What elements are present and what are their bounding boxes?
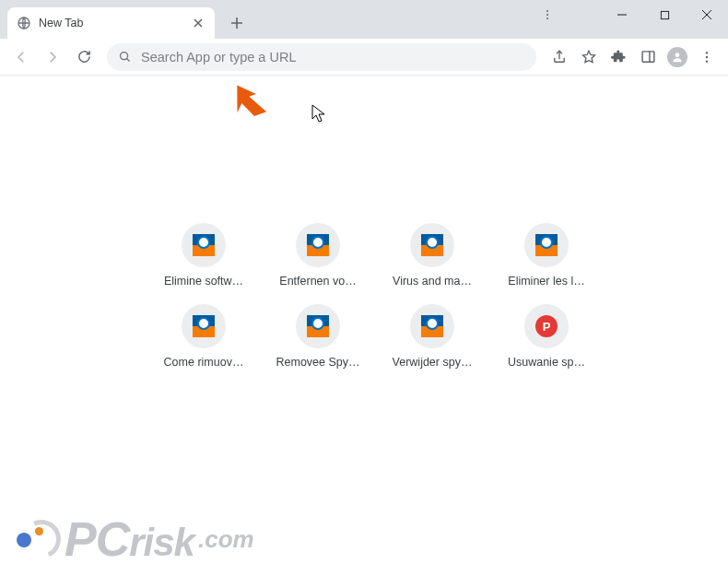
favicon-icon: P	[535, 315, 558, 337]
address-input[interactable]	[141, 50, 525, 65]
favicon-icon	[535, 234, 558, 256]
tab-overflow-icon[interactable]	[540, 7, 555, 22]
extensions-icon[interactable]	[605, 43, 632, 71]
tab-close-icon[interactable]	[191, 16, 205, 30]
watermark-icon	[13, 518, 68, 560]
shortcut-label: Entfernen vo…	[279, 275, 356, 288]
favicon-icon	[421, 315, 443, 337]
window-controls	[601, 0, 728, 29]
titlebar: New Tab	[0, 0, 728, 39]
shortcut-tile[interactable]: P Usuwanie sp…	[495, 304, 598, 369]
favicon-icon	[307, 315, 329, 337]
window-close-button[interactable]	[686, 0, 728, 29]
svg-rect-3	[642, 52, 654, 62]
shortcut-label: Virus and ma…	[393, 275, 472, 288]
svg-point-4	[675, 53, 680, 57]
nav-back-button[interactable]	[7, 43, 35, 71]
new-tab-button[interactable]	[224, 10, 250, 36]
profile-avatar[interactable]	[663, 43, 691, 71]
shortcut-label: Elimine softw…	[164, 275, 243, 288]
side-panel-icon[interactable]	[634, 43, 662, 71]
watermark-logo: PCrisk .com	[13, 511, 254, 567]
nav-forward-button[interactable]	[39, 43, 66, 71]
svg-point-6	[706, 55, 708, 57]
omnibox[interactable]	[107, 43, 536, 71]
globe-icon	[17, 16, 31, 30]
shortcut-label: Usuwanie sp…	[508, 356, 585, 369]
shortcut-label: Eliminer les l…	[508, 275, 584, 288]
shortcut-tile[interactable]: Elimine softw…	[152, 223, 255, 288]
menu-icon[interactable]	[693, 43, 721, 71]
shortcut-tile[interactable]: Come rimuov…	[152, 304, 255, 369]
watermark-text: .com	[198, 525, 254, 554]
shortcut-grid: Elimine softw… Entfernen vo… Virus and m…	[152, 223, 576, 369]
watermark-text: PC	[65, 512, 129, 566]
shortcut-tile[interactable]: Eliminer les l…	[495, 223, 598, 288]
favicon-icon	[421, 234, 443, 256]
favicon-icon	[193, 315, 215, 337]
browser-tab[interactable]: New Tab	[7, 7, 215, 39]
favicon-icon	[307, 234, 329, 256]
shortcut-tile[interactable]: Removee Spy…	[266, 304, 370, 369]
shortcut-tile[interactable]: Entfernen vo…	[266, 223, 370, 288]
new-tab-page: Elimine softw… Entfernen vo… Virus and m…	[0, 76, 728, 576]
svg-point-5	[706, 52, 708, 53]
watermark-text: risk	[129, 521, 194, 564]
share-icon[interactable]	[546, 43, 573, 71]
shortcut-label: Come rimuov…	[164, 356, 244, 369]
shortcut-label: Removee Spy…	[276, 356, 359, 369]
window-maximize-button[interactable]	[643, 0, 686, 29]
shortcut-tile[interactable]: Virus and ma…	[381, 223, 484, 288]
svg-point-7	[706, 60, 708, 62]
nav-reload-button[interactable]	[70, 43, 98, 71]
toolbar	[0, 39, 728, 76]
bookmark-star-icon[interactable]	[575, 43, 603, 71]
shortcut-tile[interactable]: Verwijder spy…	[381, 304, 484, 369]
avatar-icon	[667, 47, 687, 67]
svg-rect-1	[661, 11, 668, 18]
shortcut-label: Verwijder spy…	[393, 356, 473, 369]
favicon-icon	[193, 234, 215, 256]
search-icon	[118, 50, 132, 64]
tab-title: New Tab	[39, 17, 183, 29]
window-minimize-button[interactable]	[601, 0, 643, 29]
svg-point-2	[121, 53, 128, 60]
